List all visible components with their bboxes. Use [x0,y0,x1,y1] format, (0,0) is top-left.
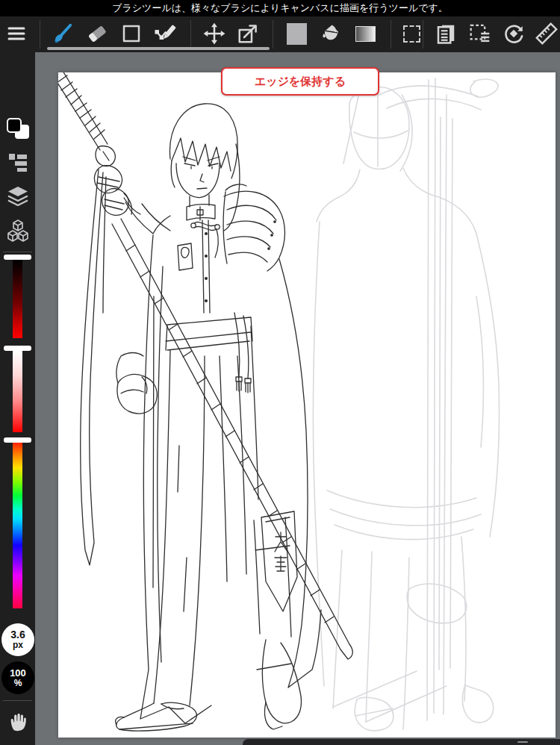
toolbar-divider [273,20,273,49]
toolbar-divider [40,20,40,49]
move-tool-icon[interactable] [199,18,229,49]
canvas-artwork [58,72,556,738]
sidebar: 3.6 px 100 % [0,52,35,745]
foreground-background-swatches-icon[interactable] [0,116,35,140]
tint-slider[interactable] [13,351,22,432]
menu-icon[interactable] [1,18,31,49]
sidebar-divider [3,252,32,252]
toolbar [0,16,560,52]
transform-tool-icon[interactable] [233,18,263,49]
rotate-canvas-icon[interactable] [499,18,529,49]
brush-list-icon[interactable] [0,149,35,173]
hue-slider[interactable] [13,443,22,608]
eraser-tool-icon[interactable] [82,18,112,49]
materials-icon[interactable] [0,218,35,245]
sidebar-divider [3,700,32,701]
paint-app: ブラシツールは、様々なブラシによりキャンバスに描画を行うツールです。 [0,0,560,745]
hue-slider-handle[interactable] [4,437,31,443]
polyline-pen-tool-icon[interactable] [150,18,180,49]
panel-grip [517,741,528,743]
toolbar-divider [423,20,423,49]
toolbar-divider [391,20,391,49]
workspace: エッジを保持する [35,52,560,745]
gradient-tool-icon[interactable] [350,18,380,49]
brush-size-unit: px [13,640,23,650]
marquee-select-icon[interactable] [396,18,426,49]
tooltip-text: エッジを保持する [255,75,346,89]
fill-bucket-icon[interactable] [316,18,346,49]
edge-keep-tooltip: エッジを保持する [221,67,379,96]
notification-text: ブラシツールは、様々なブラシによりキャンバスに描画を行うツールです。 [112,2,448,13]
zoom-level-unit: % [14,679,22,688]
shade-slider[interactable] [13,260,22,338]
paste-layer-icon[interactable] [465,18,495,49]
tool-group-underline [47,47,270,50]
ruler-icon[interactable] [532,18,560,49]
copy-layer-icon[interactable] [431,18,461,49]
tint-slider-handle[interactable] [4,346,31,351]
pan-hand-icon[interactable] [0,711,35,733]
brush-size-badge[interactable]: 3.6 px [1,623,34,656]
zoom-level-badge[interactable]: 100 % [1,661,34,694]
notification-bar: ブラシツールは、様々なブラシによりキャンバスに描画を行うツールです。 [0,0,560,16]
shade-slider-handle[interactable] [4,255,31,260]
rectangle-tool-icon[interactable] [116,18,146,49]
layers-icon[interactable] [0,184,35,209]
color-swatch-icon[interactable] [281,18,311,49]
brush-size-value: 3.6 [10,629,25,640]
bottom-panel-handle[interactable] [243,739,560,745]
toolbar-divider [190,20,191,49]
brush-tool-icon[interactable] [47,18,77,49]
zoom-level-value: 100 [10,668,26,679]
canvas[interactable] [58,72,556,738]
